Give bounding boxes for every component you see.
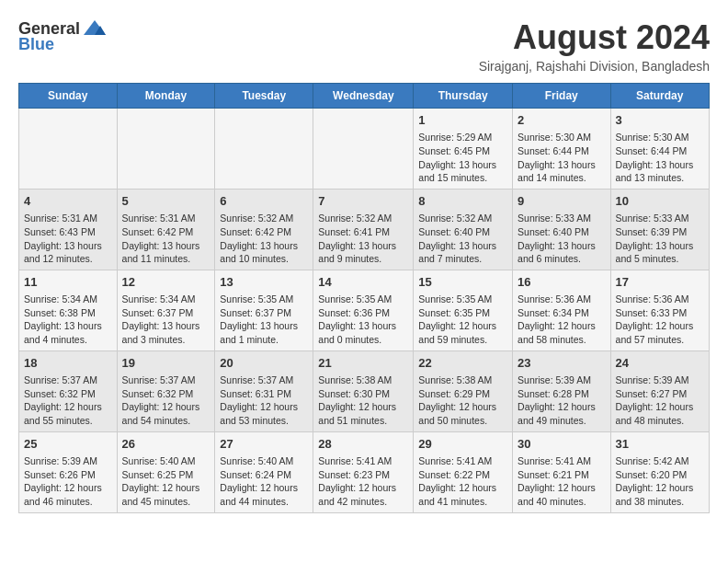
calendar-cell: 5Sunrise: 5:31 AM Sunset: 6:42 PM Daylig… xyxy=(117,189,215,270)
day-number: 17 xyxy=(616,274,704,291)
calendar-week-5: 25Sunrise: 5:39 AM Sunset: 6:26 PM Dayli… xyxy=(19,431,710,512)
day-info: Sunrise: 5:41 AM Sunset: 6:21 PM Dayligh… xyxy=(518,454,606,509)
day-info: Sunrise: 5:40 AM Sunset: 6:24 PM Dayligh… xyxy=(220,454,308,509)
day-number: 20 xyxy=(220,355,308,372)
calendar-cell: 26Sunrise: 5:40 AM Sunset: 6:25 PM Dayli… xyxy=(117,431,215,512)
calendar-cell xyxy=(117,109,215,190)
day-number: 27 xyxy=(220,436,308,453)
day-number: 28 xyxy=(318,436,408,453)
calendar-cell: 21Sunrise: 5:38 AM Sunset: 6:30 PM Dayli… xyxy=(313,350,414,431)
calendar-cell: 17Sunrise: 5:36 AM Sunset: 6:33 PM Dayli… xyxy=(610,270,709,350)
day-info: Sunrise: 5:41 AM Sunset: 6:22 PM Dayligh… xyxy=(418,454,507,509)
day-number: 2 xyxy=(518,112,606,129)
day-info: Sunrise: 5:37 AM Sunset: 6:32 PM Dayligh… xyxy=(122,373,210,428)
calendar-cell: 30Sunrise: 5:41 AM Sunset: 6:21 PM Dayli… xyxy=(513,431,611,512)
logo-blue: Blue xyxy=(18,35,54,54)
day-number: 15 xyxy=(418,274,507,291)
calendar-cell: 29Sunrise: 5:41 AM Sunset: 6:22 PM Dayli… xyxy=(414,431,513,512)
header-saturday: Saturday xyxy=(610,84,709,109)
logo-icon xyxy=(82,18,108,39)
day-number: 22 xyxy=(418,355,507,372)
calendar-cell: 11Sunrise: 5:34 AM Sunset: 6:38 PM Dayli… xyxy=(19,270,118,350)
calendar-cell: 13Sunrise: 5:35 AM Sunset: 6:37 PM Dayli… xyxy=(215,270,313,350)
calendar-cell: 22Sunrise: 5:38 AM Sunset: 6:29 PM Dayli… xyxy=(414,350,513,431)
title-area: August 2024 Sirajganj, Rajshahi Division… xyxy=(479,18,710,74)
calendar-cell: 18Sunrise: 5:37 AM Sunset: 6:32 PM Dayli… xyxy=(19,350,118,431)
day-info: Sunrise: 5:39 AM Sunset: 6:28 PM Dayligh… xyxy=(518,373,606,428)
calendar-cell xyxy=(215,109,313,190)
day-number: 25 xyxy=(24,436,112,453)
day-info: Sunrise: 5:32 AM Sunset: 6:41 PM Dayligh… xyxy=(318,212,408,266)
day-info: Sunrise: 5:39 AM Sunset: 6:27 PM Dayligh… xyxy=(616,373,704,428)
calendar-week-3: 11Sunrise: 5:34 AM Sunset: 6:38 PM Dayli… xyxy=(19,270,710,350)
calendar-cell: 8Sunrise: 5:32 AM Sunset: 6:40 PM Daylig… xyxy=(414,189,513,270)
calendar-cell: 15Sunrise: 5:35 AM Sunset: 6:35 PM Dayli… xyxy=(414,270,513,350)
day-number: 10 xyxy=(616,193,704,210)
header-friday: Friday xyxy=(513,84,611,109)
day-number: 26 xyxy=(122,436,210,453)
day-info: Sunrise: 5:34 AM Sunset: 6:38 PM Dayligh… xyxy=(24,293,112,347)
day-number: 19 xyxy=(122,355,210,372)
day-info: Sunrise: 5:30 AM Sunset: 6:44 PM Dayligh… xyxy=(616,131,704,185)
header-monday: Monday xyxy=(117,84,215,109)
calendar-week-2: 4Sunrise: 5:31 AM Sunset: 6:43 PM Daylig… xyxy=(19,189,710,270)
day-number: 7 xyxy=(318,193,408,210)
header-thursday: Thursday xyxy=(414,84,513,109)
day-info: Sunrise: 5:36 AM Sunset: 6:33 PM Dayligh… xyxy=(616,293,704,347)
day-number: 21 xyxy=(318,355,408,372)
calendar-cell: 9Sunrise: 5:33 AM Sunset: 6:40 PM Daylig… xyxy=(513,189,611,270)
day-number: 13 xyxy=(220,274,308,291)
days-header-row: Sunday Monday Tuesday Wednesday Thursday… xyxy=(19,84,710,109)
day-info: Sunrise: 5:34 AM Sunset: 6:37 PM Dayligh… xyxy=(122,293,210,347)
day-info: Sunrise: 5:32 AM Sunset: 6:40 PM Dayligh… xyxy=(418,212,507,266)
calendar-cell: 20Sunrise: 5:37 AM Sunset: 6:31 PM Dayli… xyxy=(215,350,313,431)
day-info: Sunrise: 5:36 AM Sunset: 6:34 PM Dayligh… xyxy=(518,293,606,347)
day-info: Sunrise: 5:38 AM Sunset: 6:29 PM Dayligh… xyxy=(418,373,507,428)
header: General Blue August 2024 Sirajganj, Rajs… xyxy=(18,18,710,74)
logo: General Blue xyxy=(18,18,108,54)
day-info: Sunrise: 5:35 AM Sunset: 6:36 PM Dayligh… xyxy=(318,293,408,347)
day-number: 11 xyxy=(24,274,112,291)
calendar-cell: 7Sunrise: 5:32 AM Sunset: 6:41 PM Daylig… xyxy=(313,189,414,270)
day-info: Sunrise: 5:29 AM Sunset: 6:45 PM Dayligh… xyxy=(418,131,507,185)
calendar-cell: 1Sunrise: 5:29 AM Sunset: 6:45 PM Daylig… xyxy=(414,109,513,190)
calendar-cell: 25Sunrise: 5:39 AM Sunset: 6:26 PM Dayli… xyxy=(19,431,118,512)
calendar-cell: 31Sunrise: 5:42 AM Sunset: 6:20 PM Dayli… xyxy=(610,431,709,512)
calendar-cell: 16Sunrise: 5:36 AM Sunset: 6:34 PM Dayli… xyxy=(513,270,611,350)
calendar-cell: 14Sunrise: 5:35 AM Sunset: 6:36 PM Dayli… xyxy=(313,270,414,350)
day-number: 5 xyxy=(122,193,210,210)
day-number: 1 xyxy=(418,112,507,129)
day-info: Sunrise: 5:37 AM Sunset: 6:31 PM Dayligh… xyxy=(220,373,308,428)
calendar-cell: 12Sunrise: 5:34 AM Sunset: 6:37 PM Dayli… xyxy=(117,270,215,350)
day-number: 8 xyxy=(418,193,507,210)
header-tuesday: Tuesday xyxy=(215,84,313,109)
day-info: Sunrise: 5:31 AM Sunset: 6:43 PM Dayligh… xyxy=(24,212,112,266)
calendar-cell xyxy=(313,109,414,190)
calendar-cell: 27Sunrise: 5:40 AM Sunset: 6:24 PM Dayli… xyxy=(215,431,313,512)
day-info: Sunrise: 5:37 AM Sunset: 6:32 PM Dayligh… xyxy=(24,373,112,428)
calendar-cell: 19Sunrise: 5:37 AM Sunset: 6:32 PM Dayli… xyxy=(117,350,215,431)
day-number: 30 xyxy=(518,436,606,453)
calendar-cell: 28Sunrise: 5:41 AM Sunset: 6:23 PM Dayli… xyxy=(313,431,414,512)
calendar-cell: 23Sunrise: 5:39 AM Sunset: 6:28 PM Dayli… xyxy=(513,350,611,431)
location: Sirajganj, Rajshahi Division, Bangladesh xyxy=(479,59,710,74)
day-number: 9 xyxy=(518,193,606,210)
calendar-week-1: 1Sunrise: 5:29 AM Sunset: 6:45 PM Daylig… xyxy=(19,109,710,190)
day-info: Sunrise: 5:33 AM Sunset: 6:40 PM Dayligh… xyxy=(518,212,606,266)
day-info: Sunrise: 5:35 AM Sunset: 6:37 PM Dayligh… xyxy=(220,293,308,347)
day-info: Sunrise: 5:31 AM Sunset: 6:42 PM Dayligh… xyxy=(122,212,210,266)
calendar-cell: 3Sunrise: 5:30 AM Sunset: 6:44 PM Daylig… xyxy=(610,109,709,190)
day-number: 16 xyxy=(518,274,606,291)
day-info: Sunrise: 5:38 AM Sunset: 6:30 PM Dayligh… xyxy=(318,373,408,428)
month-year: August 2024 xyxy=(479,18,710,57)
calendar-cell: 10Sunrise: 5:33 AM Sunset: 6:39 PM Dayli… xyxy=(610,189,709,270)
calendar-cell: 4Sunrise: 5:31 AM Sunset: 6:43 PM Daylig… xyxy=(19,189,118,270)
day-number: 3 xyxy=(616,112,704,129)
day-info: Sunrise: 5:35 AM Sunset: 6:35 PM Dayligh… xyxy=(418,293,507,347)
day-number: 23 xyxy=(518,355,606,372)
calendar-cell: 6Sunrise: 5:32 AM Sunset: 6:42 PM Daylig… xyxy=(215,189,313,270)
day-info: Sunrise: 5:32 AM Sunset: 6:42 PM Dayligh… xyxy=(220,212,308,266)
day-info: Sunrise: 5:41 AM Sunset: 6:23 PM Dayligh… xyxy=(318,454,408,509)
day-info: Sunrise: 5:39 AM Sunset: 6:26 PM Dayligh… xyxy=(24,454,112,509)
calendar-cell: 2Sunrise: 5:30 AM Sunset: 6:44 PM Daylig… xyxy=(513,109,611,190)
